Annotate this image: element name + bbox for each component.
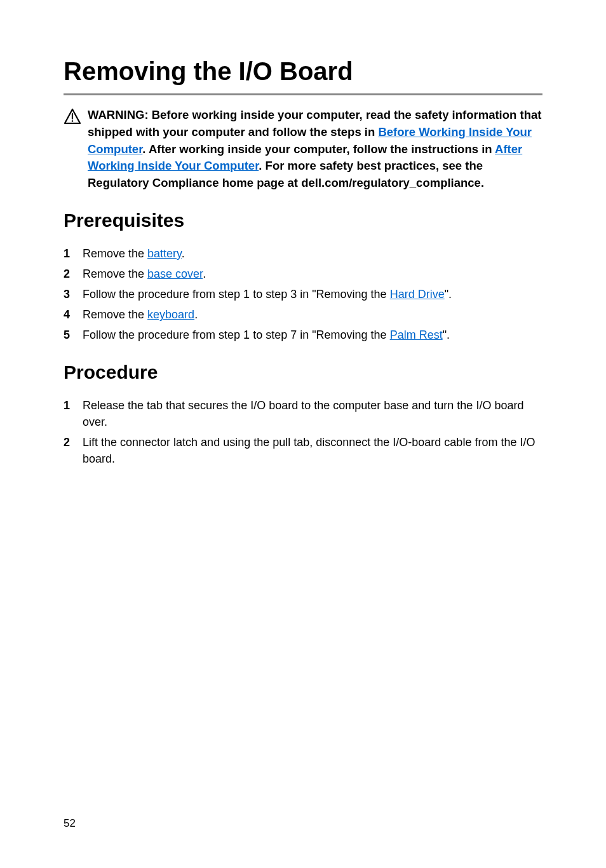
- svg-point-2: [72, 120, 74, 122]
- procedure-heading: Procedure: [64, 362, 542, 383]
- link-keyboard[interactable]: keyboard: [147, 308, 194, 321]
- link-base-cover[interactable]: base cover: [147, 268, 203, 280]
- warning-icon: [64, 108, 81, 127]
- list-item: Remove the battery.: [64, 245, 542, 262]
- warning-block: WARNING: Before working inside your comp…: [64, 107, 542, 192]
- link-hard-drive[interactable]: Hard Drive: [390, 288, 445, 301]
- warning-text: WARNING: Before working inside your comp…: [88, 107, 542, 192]
- page-title: Removing the I/O Board: [64, 57, 542, 95]
- link-battery[interactable]: battery: [147, 247, 182, 260]
- list-item: Remove the base cover.: [64, 266, 542, 282]
- list-item: Release the tab that secures the I/O boa…: [64, 397, 542, 430]
- list-item: Remove the keyboard.: [64, 306, 542, 323]
- prerequisites-heading: Prerequisites: [64, 210, 542, 231]
- list-item: Lift the connector latch and using the p…: [64, 434, 542, 467]
- list-item: Follow the procedure from step 1 to step…: [64, 327, 542, 343]
- procedure-list: Release the tab that secures the I/O boa…: [64, 397, 542, 467]
- prerequisites-list: Remove the battery. Remove the base cove…: [64, 245, 542, 343]
- link-palm-rest[interactable]: Palm Rest: [390, 329, 443, 341]
- list-item: Follow the procedure from step 1 to step…: [64, 286, 542, 302]
- page-number: 52: [64, 817, 76, 830]
